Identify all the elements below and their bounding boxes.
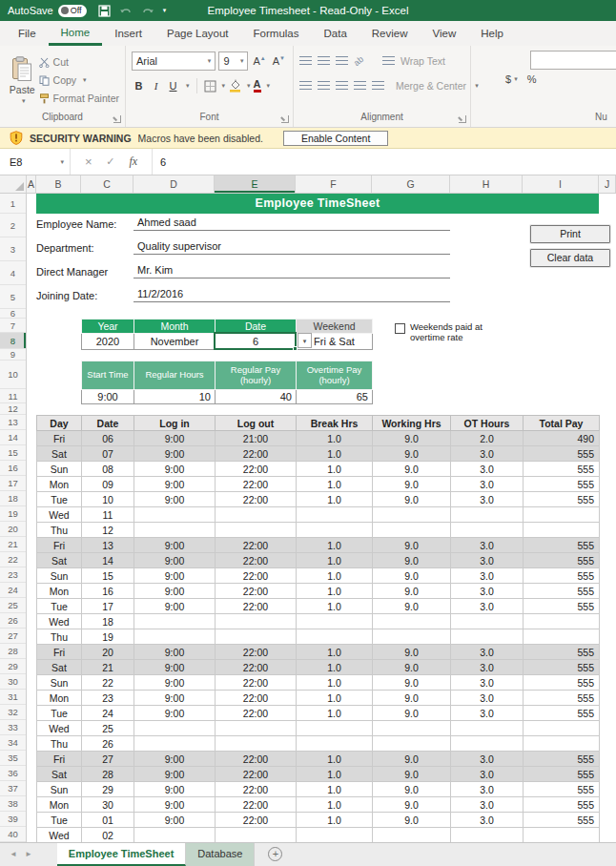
- row-header-10[interactable]: 10: [0, 361, 26, 389]
- timesheet-cell-ot[interactable]: [451, 828, 524, 843]
- timesheet-cell-login[interactable]: 9:00: [134, 446, 216, 462]
- timesheet-cell-logout[interactable]: 22:00: [216, 767, 297, 782]
- timesheet-cell-ot[interactable]: 3.0: [451, 782, 524, 797]
- underline-button[interactable]: U: [166, 80, 180, 92]
- timesheet-cell-ot[interactable]: 3.0: [451, 797, 524, 813]
- timesheet-cell-pay[interactable]: 555: [524, 446, 600, 462]
- timesheet-cell-day[interactable]: Wed: [37, 507, 82, 523]
- timesheet-cell-logout[interactable]: 22:00: [216, 492, 297, 507]
- ribbon-tab-file[interactable]: File: [6, 21, 49, 46]
- italic-button[interactable]: I: [149, 80, 163, 92]
- timesheet-cell-pay[interactable]: [524, 721, 600, 736]
- timesheet-cell-pay[interactable]: [524, 523, 600, 538]
- timesheet-cell-ot[interactable]: 3.0: [451, 599, 524, 614]
- employee-name-value[interactable]: Ahmed saad: [133, 216, 450, 231]
- timesheet-cell-day[interactable]: Mon: [37, 797, 82, 813]
- row-header-33[interactable]: 33: [0, 720, 26, 735]
- timesheet-cell-pay[interactable]: 555: [524, 553, 600, 568]
- accounting-format-button[interactable]: $ ▾: [505, 73, 518, 85]
- timesheet-cell-pay[interactable]: 555: [524, 782, 600, 797]
- timesheet-cell-logout[interactable]: 22:00: [216, 660, 297, 675]
- timesheet-cell-pay[interactable]: [524, 507, 600, 523]
- align-middle-icon[interactable]: [318, 56, 330, 66]
- name-box[interactable]: E8 ▾: [0, 149, 71, 175]
- column-header-j[interactable]: J: [599, 175, 616, 193]
- date-cell[interactable]: 6: [216, 334, 297, 350]
- timesheet-cell-day[interactable]: Mon: [37, 477, 82, 492]
- timesheet-cell-login[interactable]: [134, 507, 216, 523]
- timesheet-cell-login[interactable]: 9:00: [134, 797, 216, 813]
- cancel-icon[interactable]: ×: [85, 155, 92, 169]
- timesheet-cell-login[interactable]: 9:00: [134, 645, 216, 660]
- timesheet-cell-day[interactable]: Sat: [37, 553, 82, 568]
- row-header-29[interactable]: 29: [0, 659, 26, 674]
- row-header-5[interactable]: 5: [0, 285, 26, 309]
- timesheet-cell-day[interactable]: Sat: [37, 660, 82, 675]
- timesheet-cell-brk[interactable]: 1.0: [297, 492, 373, 507]
- timesheet-cell-pay[interactable]: 555: [524, 645, 600, 660]
- borders-icon[interactable]: [204, 80, 216, 93]
- row-header-16[interactable]: 16: [0, 461, 26, 476]
- regular-hours-cell[interactable]: 10: [134, 390, 216, 404]
- timesheet-cell-ot[interactable]: 3.0: [451, 752, 524, 767]
- timesheet-cell-date[interactable]: 07: [82, 446, 134, 462]
- timesheet-cell-date[interactable]: 10: [82, 492, 134, 507]
- timesheet-cell-logout[interactable]: 22:00: [216, 706, 297, 721]
- timesheet-cell-login[interactable]: [134, 614, 216, 629]
- enable-content-button[interactable]: Enable Content: [283, 131, 388, 146]
- timesheet-cell-logout[interactable]: 22:00: [216, 675, 297, 691]
- timesheet-cell-work[interactable]: 9.0: [373, 691, 451, 706]
- row-header-39[interactable]: 39: [0, 812, 26, 827]
- paste-button[interactable]: Paste ▾: [6, 51, 39, 111]
- timesheet-cell-work[interactable]: 9.0: [373, 568, 451, 584]
- timesheet-cell-login[interactable]: 9:00: [134, 675, 216, 691]
- timesheet-cell-day[interactable]: Thu: [37, 736, 82, 752]
- timesheet-cell-day[interactable]: Thu: [37, 523, 82, 538]
- timesheet-cell-ot[interactable]: 3.0: [451, 446, 524, 462]
- timesheet-cell-day[interactable]: Sun: [37, 568, 82, 584]
- timesheet-cell-work[interactable]: [373, 736, 451, 752]
- timesheet-cell-ot[interactable]: [451, 736, 524, 752]
- timesheet-cell-work[interactable]: [373, 629, 451, 645]
- timesheet-cell-pay[interactable]: 555: [524, 691, 600, 706]
- timesheet-cell-work[interactable]: [373, 523, 451, 538]
- timesheet-cell-pay[interactable]: 555: [524, 752, 600, 767]
- row-header-24[interactable]: 24: [0, 583, 26, 598]
- timesheet-cell-logout[interactable]: [216, 614, 297, 629]
- timesheet-cell-pay[interactable]: 555: [524, 538, 600, 553]
- timesheet-cell-logout[interactable]: 22:00: [216, 782, 297, 797]
- timesheet-cell-date[interactable]: 15: [82, 568, 134, 584]
- column-header-b[interactable]: B: [36, 175, 81, 193]
- timesheet-cell-ot[interactable]: 3.0: [451, 675, 524, 691]
- timesheet-cell-login[interactable]: 9:00: [134, 568, 216, 584]
- sheet-tab-database[interactable]: Database: [186, 843, 255, 866]
- ribbon-tab-formulas[interactable]: Formulas: [241, 21, 312, 46]
- timesheet-cell-date[interactable]: 06: [82, 431, 134, 446]
- align-top-icon[interactable]: [299, 56, 312, 66]
- row-header-8[interactable]: 8: [0, 333, 26, 349]
- column-header-f[interactable]: F: [296, 175, 372, 193]
- row-header-7[interactable]: 7: [0, 319, 26, 333]
- row-header-4[interactable]: 4: [0, 261, 26, 285]
- row-header-35[interactable]: 35: [0, 751, 26, 766]
- timesheet-cell-work[interactable]: 9.0: [373, 492, 451, 507]
- column-header-a[interactable]: A: [27, 175, 36, 193]
- timesheet-cell-date[interactable]: 17: [82, 599, 134, 614]
- ribbon-tab-review[interactable]: Review: [359, 21, 421, 46]
- timesheet-cell-brk[interactable]: [297, 507, 373, 523]
- timesheet-cell-date[interactable]: 13: [82, 538, 134, 553]
- timesheet-cell-date[interactable]: 22: [82, 675, 134, 691]
- timesheet-cell-brk[interactable]: 1.0: [297, 431, 373, 446]
- timesheet-cell-logout[interactable]: [216, 828, 297, 843]
- timesheet-cell-ot[interactable]: 3.0: [451, 553, 524, 568]
- row-header-1[interactable]: 1: [0, 194, 26, 214]
- timesheet-cell-logout[interactable]: 22:00: [216, 813, 297, 828]
- timesheet-cell-brk[interactable]: 1.0: [297, 645, 373, 660]
- regular-pay-cell[interactable]: 40: [216, 390, 297, 404]
- timesheet-cell-ot[interactable]: 2.0: [451, 431, 524, 446]
- timesheet-cell-work[interactable]: 9.0: [373, 446, 451, 462]
- row-header-26[interactable]: 26: [0, 613, 26, 629]
- timesheet-cell-date[interactable]: 19: [82, 629, 134, 645]
- row-header-27[interactable]: 27: [0, 629, 26, 644]
- timesheet-cell-login[interactable]: 9:00: [134, 462, 216, 477]
